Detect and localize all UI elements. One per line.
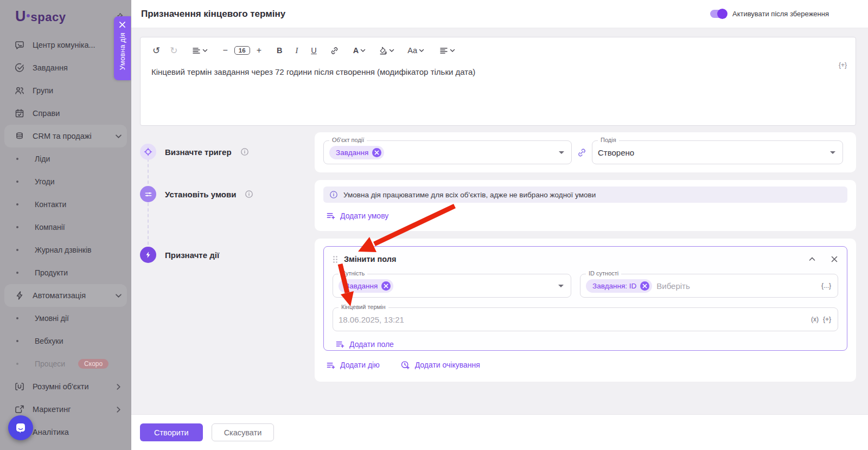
sidebar-item-label: Центр комуніка... — [33, 41, 95, 49]
field-label: Кінцевий термін — [339, 304, 388, 310]
sidebar-item-label: Групи — [33, 86, 53, 95]
entity-chip: Завдання — [339, 279, 393, 293]
add-field-label: Додати поле — [349, 340, 394, 349]
sidebar-item-automation[interactable]: Автоматизація — [4, 284, 127, 307]
slideover-tab-conditional-action[interactable]: Умовна дія — [114, 16, 131, 80]
chevron-right-icon — [116, 384, 122, 390]
step-label: Установіть умови — [165, 190, 236, 199]
sidebar-item-label: Аналітика — [33, 428, 69, 436]
steps-connector — [148, 153, 149, 256]
bullet-icon — [16, 363, 18, 365]
collapse-card-icon[interactable] — [808, 255, 816, 263]
close-icon[interactable] — [119, 21, 126, 28]
toggle-knob — [717, 9, 727, 19]
actions-step-icon — [140, 247, 156, 263]
editor-toolbar: ↺ ↻ − 16 + B I U A — [148, 41, 848, 60]
chip-remove-icon[interactable] — [372, 148, 381, 157]
info-icon — [329, 190, 338, 199]
add-condition-button[interactable]: Додати умову — [326, 211, 388, 220]
sidebar-item-deals[interactable]: Угоди — [0, 170, 131, 193]
font-size-increase-button[interactable]: + — [252, 43, 266, 57]
chip-label: Завдання — [345, 282, 378, 290]
sidebar-item-webhooks[interactable]: Вебхуки — [0, 330, 131, 352]
uspacy-logo[interactable]: U spacy — [15, 8, 66, 25]
font-size-decrease-button[interactable]: − — [219, 43, 232, 57]
field-label: Сутність — [339, 270, 367, 277]
action-card-header: Змінити поля — [333, 252, 838, 266]
add-action-button[interactable]: Додати дію — [326, 360, 380, 370]
sidebar-item-label: Маркетинг — [33, 405, 71, 414]
add-field-button[interactable]: Додати поле — [335, 339, 394, 349]
sidebar-item-label: Журнал дзвінків — [35, 246, 92, 254]
sidebar-item-activities[interactable]: Справи — [0, 102, 131, 125]
chevron-down-icon — [116, 293, 122, 299]
entity-field[interactable]: Сутність Завдання — [333, 274, 571, 298]
trigger-panel: Об'єкт події Завдання Подія Створено — [315, 132, 856, 172]
chip-remove-icon[interactable] — [381, 281, 391, 291]
text-color-button[interactable]: A — [349, 44, 370, 57]
sidebar-item-label: Контакти — [35, 200, 66, 209]
sidebar-item-contacts[interactable]: Контакти — [0, 193, 131, 216]
deadline-formula-button[interactable]: (x) — [811, 316, 819, 323]
sidebar-item-products[interactable]: Продукти — [0, 261, 131, 284]
deadline-field[interactable]: Кінцевий термін 18.06.2025, 13:21 (x) {+… — [333, 307, 838, 331]
remove-card-icon[interactable] — [831, 255, 838, 263]
sidebar-item-label: Продукти — [35, 268, 68, 277]
line-spacing-button[interactable] — [188, 44, 212, 57]
align-button[interactable] — [435, 44, 459, 57]
italic-button[interactable]: I — [291, 44, 302, 57]
info-icon[interactable] — [245, 190, 253, 198]
sidebar-item-tasks[interactable]: Завдання — [0, 56, 131, 79]
sidebar-header: U spacy — [0, 0, 131, 30]
highlight-color-button[interactable] — [374, 44, 399, 57]
sidebar-item-companies[interactable]: Компанії — [0, 216, 131, 239]
sidebar-item-label: Розумні об'єкти — [33, 382, 89, 391]
drag-handle-icon[interactable] — [333, 255, 338, 263]
redo-button[interactable]: ↻ — [165, 43, 182, 59]
description-text[interactable]: Кінцевий термін завдання через 72 години… — [148, 67, 848, 76]
sidebar-item-call-log[interactable]: Журнал дзвінків — [0, 239, 131, 261]
page-title: Призначення кінцевого терміну — [141, 9, 285, 20]
topbar: Призначення кінцевого терміну Активувати… — [131, 0, 868, 28]
create-button[interactable]: Створити — [140, 423, 203, 441]
sidebar-item-groups[interactable]: Групи — [0, 79, 131, 102]
info-icon[interactable] — [240, 147, 249, 156]
event-value: Створено — [598, 148, 634, 157]
support-chat-button[interactable] — [8, 415, 33, 440]
entity-id-token-button[interactable]: {...} — [821, 282, 831, 290]
font-size-value[interactable]: 16 — [234, 46, 250, 55]
deadline-placeholder: 18.06.2025, 13:21 — [339, 315, 404, 324]
text-case-button[interactable]: Aa — [403, 44, 429, 57]
check-circle-icon — [14, 62, 25, 73]
sidebar-item-smart-objects[interactable]: Розумні об'єкти — [0, 375, 131, 398]
event-object-field[interactable]: Об'єкт події Завдання — [323, 140, 572, 164]
deadline-variable-button[interactable]: {+} — [823, 316, 831, 323]
entity-id-field[interactable]: ID сутності Завдання: ID Виберіть {...} — [580, 274, 838, 298]
marketing-icon — [14, 404, 25, 415]
cancel-button[interactable]: Скасувати — [212, 423, 275, 441]
sidebar-item-crm-sales[interactable]: CRM та продажі — [4, 125, 127, 147]
event-field[interactable]: Подія Створено — [592, 140, 843, 164]
lightning-icon — [14, 290, 25, 301]
step-label: Призначте дії — [165, 250, 219, 260]
bullet-icon — [16, 226, 18, 228]
logo-letter: U — [15, 8, 26, 25]
underline-button[interactable]: U — [307, 44, 321, 57]
undo-button[interactable]: ↺ — [148, 43, 164, 59]
sidebar: U spacy Центр комуніка... Завдання Групи… — [0, 0, 131, 450]
sidebar-nav: Центр комуніка... Завдання Групи Справи … — [0, 30, 131, 443]
text-case-glyph: Aa — [407, 46, 417, 55]
step-label: Визначте тригер — [165, 147, 232, 157]
sidebar-item-communication-center[interactable]: Центр комуніка... — [0, 34, 131, 56]
link-fields-icon[interactable] — [577, 147, 587, 158]
sidebar-item-leads[interactable]: Ліди — [0, 147, 131, 170]
chip-remove-icon[interactable] — [640, 281, 649, 291]
sidebar-item-conditional-actions[interactable]: Умовні дії — [0, 307, 131, 330]
insert-variable-button[interactable]: {+} — [839, 61, 847, 69]
activate-toggle[interactable] — [710, 10, 726, 18]
field-label: ID сутності — [586, 270, 621, 277]
insert-link-button[interactable] — [326, 44, 343, 57]
add-wait-button[interactable]: Додати очікування — [400, 360, 480, 370]
bold-button[interactable]: B — [272, 44, 286, 57]
sidebar-item-label: Ліди — [35, 155, 50, 163]
